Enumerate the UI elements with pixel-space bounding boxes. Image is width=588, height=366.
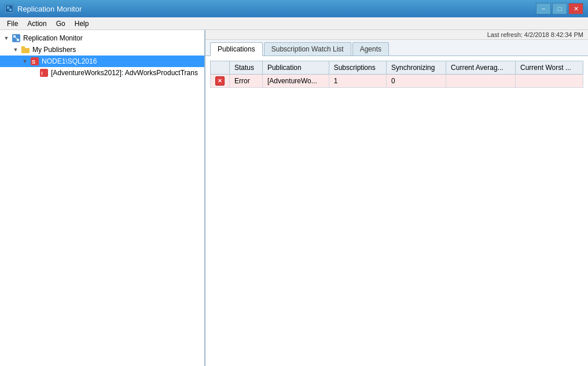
tree-node-publishers-label: My Publishers bbox=[32, 46, 76, 54]
app-icon bbox=[5, 4, 14, 13]
title-bar: Replication Monitor − □ ✕ bbox=[0, 0, 588, 17]
tree-node-publication[interactable]: ! [AdventureWorks2012]: AdvWorksProductT… bbox=[0, 67, 204, 79]
root-icon bbox=[12, 34, 21, 43]
expand-icon-root: ▼ bbox=[2, 34, 10, 42]
svg-rect-7 bbox=[21, 48, 30, 53]
close-button[interactable]: ✕ bbox=[568, 3, 583, 14]
row-icon-cell: ✕ bbox=[211, 75, 230, 88]
tree-node-server-label: NODE1\SQL2016 bbox=[42, 57, 97, 65]
tree-node-server[interactable]: ▼ S NODE1\SQL2016 bbox=[0, 56, 204, 67]
minimize-button[interactable]: − bbox=[536, 3, 551, 14]
tab-subscription-watch-list[interactable]: Subscription Watch List bbox=[264, 42, 351, 56]
tree-panel: ▼ Replication Monitor ▼ My Publisher bbox=[0, 30, 205, 366]
title-bar-left: Replication Monitor bbox=[5, 4, 82, 13]
publications-table: Status Publication Subscriptions Synchro… bbox=[210, 61, 583, 88]
publications-table-area: Status Publication Subscriptions Synchro… bbox=[205, 56, 588, 366]
tabs-container: Publications Subscription Watch List Age… bbox=[205, 40, 588, 56]
right-panel: Last refresh: 4/2/2018 8:42:34 PM Public… bbox=[205, 30, 588, 366]
tab-agents[interactable]: Agents bbox=[352, 42, 389, 56]
publishers-icon bbox=[21, 45, 30, 54]
expand-icon-publication bbox=[30, 69, 38, 77]
tree-node-root[interactable]: ▼ Replication Monitor bbox=[0, 32, 204, 44]
svg-rect-1 bbox=[7, 6, 9, 9]
refresh-status: Last refresh: 4/2/2018 8:42:34 PM bbox=[205, 30, 588, 40]
menu-go[interactable]: Go bbox=[52, 19, 70, 29]
svg-rect-8 bbox=[21, 46, 25, 49]
col-header-publication[interactable]: Publication bbox=[262, 61, 329, 75]
tree-node-publishers[interactable]: ▼ My Publishers bbox=[0, 44, 204, 56]
row-subscriptions: 1 bbox=[329, 75, 386, 88]
server-icon: S bbox=[30, 57, 39, 66]
col-header-current-average[interactable]: Current Averag... bbox=[446, 61, 516, 75]
expand-icon-publishers: ▼ bbox=[12, 46, 20, 54]
menu-help[interactable]: Help bbox=[70, 19, 94, 29]
row-publication: [AdventureWo... bbox=[262, 75, 329, 88]
col-header-status[interactable]: Status bbox=[230, 61, 263, 75]
svg-text:S: S bbox=[32, 59, 35, 65]
table-header-row: Status Publication Subscriptions Synchro… bbox=[211, 61, 583, 75]
error-badge-icon: ✕ bbox=[215, 76, 225, 86]
window-title: Replication Monitor bbox=[17, 5, 82, 13]
row-status: Error bbox=[230, 75, 263, 88]
main-container: ▼ Replication Monitor ▼ My Publisher bbox=[0, 30, 588, 366]
svg-text:!: ! bbox=[41, 71, 43, 76]
tab-publications[interactable]: Publications bbox=[210, 42, 263, 56]
menu-file[interactable]: File bbox=[2, 19, 23, 29]
row-current-worst bbox=[516, 75, 583, 88]
col-header-icon bbox=[211, 61, 230, 75]
svg-rect-2 bbox=[9, 9, 12, 11]
menu-bar: File Action Go Help bbox=[0, 17, 588, 30]
menu-action[interactable]: Action bbox=[23, 19, 51, 29]
table-row[interactable]: ✕ Error [AdventureWo... 1 0 bbox=[211, 75, 583, 88]
row-current-average bbox=[446, 75, 516, 88]
col-header-synchronizing[interactable]: Synchronizing bbox=[387, 61, 446, 75]
col-header-subscriptions[interactable]: Subscriptions bbox=[329, 61, 386, 75]
expand-icon-server: ▼ bbox=[21, 57, 29, 65]
window-controls: − □ ✕ bbox=[536, 3, 583, 14]
tree-node-publication-label: [AdventureWorks2012]: AdvWorksProductTra… bbox=[51, 69, 198, 77]
publication-icon: ! bbox=[39, 68, 49, 77]
col-header-current-worst[interactable]: Current Worst ... bbox=[516, 61, 583, 75]
row-synchronizing: 0 bbox=[387, 75, 446, 88]
maximize-button[interactable]: □ bbox=[552, 3, 567, 14]
tree-node-root-label: Replication Monitor bbox=[23, 34, 83, 42]
